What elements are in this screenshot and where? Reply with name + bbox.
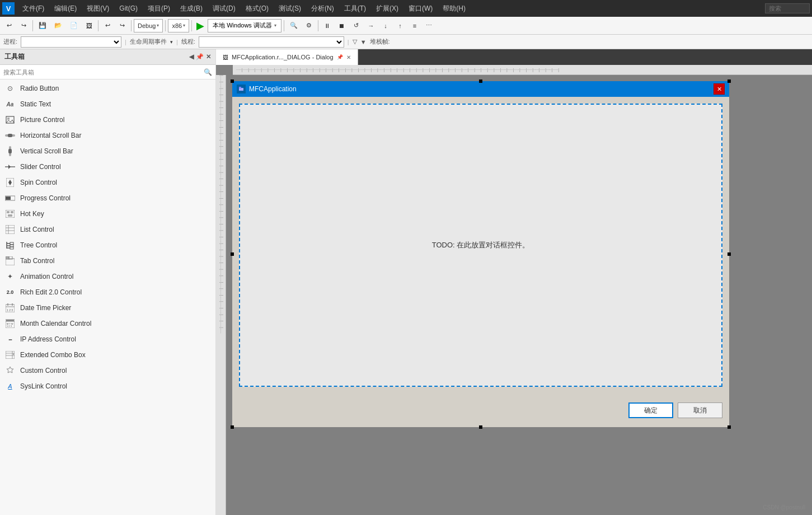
debug-target-dropdown[interactable]: 本地 Windows 调试器 ▾ — [208, 19, 281, 32]
tree-icon — [4, 240, 16, 251]
radio-button-icon: ⊙ — [4, 83, 16, 94]
datetimepicker-icon: 1 2 3 — [4, 302, 16, 313]
run-button[interactable]: ▶ — [194, 20, 206, 32]
toolbar-pause[interactable]: ⏸ — [321, 19, 334, 32]
toolbox-auto-hide-icon[interactable]: ◀ — [189, 53, 194, 60]
redo-button[interactable]: ↪ — [17, 19, 30, 32]
toolbox-item-static-text[interactable]: Aa Static Text — [0, 96, 215, 112]
toolbar-btn-4[interactable]: 🖼 — [82, 19, 96, 32]
menu-analyze[interactable]: 分析(N) — [307, 2, 339, 16]
toolbar-step-out[interactable]: ↑ — [393, 19, 407, 32]
toolbox-item-tab[interactable]: Tab Control — [0, 253, 215, 269]
menu-file[interactable]: 文件(F) — [18, 2, 49, 16]
dialog-cancel-button[interactable]: 取消 — [678, 402, 722, 418]
dialog-content-area[interactable]: TODO: 在此放置对话框控件。 — [239, 104, 722, 387]
toolbox-item-hotkey[interactable]: Hot Key — [0, 206, 215, 222]
toolbar-stop[interactable]: ⏹ — [335, 19, 349, 32]
menu-build[interactable]: 生成(B) — [176, 2, 207, 16]
toolbar-btn-search[interactable]: 🔍 — [287, 19, 301, 32]
toolbar: ↩ ↪ 💾 📂 📄 🖼 ↩ ↪ Debug ▾ x86 ▾ ▶ 本地 Windo… — [0, 17, 812, 35]
toolbox-item-tree[interactable]: Tree Control — [0, 237, 215, 253]
toolbox-item-label: Month Calendar Control — [20, 320, 91, 327]
dialog-ok-button[interactable]: 确定 — [628, 402, 673, 418]
toolbar-btn-3[interactable]: 📄 — [67, 19, 81, 32]
toolbox-items-list: ⊙ Radio Button Aa Static Text Picture Co… — [0, 79, 215, 515]
toolbox-item-ipaddress[interactable]: ••• IP Address Control — [0, 331, 215, 347]
menu-help[interactable]: 帮助(H) — [438, 2, 470, 16]
open-button[interactable]: 📂 — [51, 19, 65, 32]
toolbox-item-label: Animation Control — [20, 273, 73, 280]
svg-marker-10 — [8, 182, 12, 185]
tab-icon: 🖼 — [223, 54, 228, 60]
toolbox-item-label: Rich Edit 2.0 Control — [20, 288, 82, 296]
toolbox-item-label: Slider Control — [20, 163, 61, 171]
toolbar-step-in[interactable]: ↓ — [379, 19, 392, 32]
dialog-close-button[interactable]: ✕ — [714, 83, 725, 95]
dialog-close-icon: ✕ — [717, 86, 722, 93]
svg-rect-3 — [8, 134, 12, 137]
watermark: CSDN @postnull — [763, 504, 805, 511]
toolbox-item-label: Picture Control — [20, 116, 64, 124]
menu-test[interactable]: 测试(S) — [274, 2, 306, 16]
editor-tab-dialog[interactable]: 🖼 MFCApplication.r..._DIALOG - Dialog 📌 … — [216, 49, 358, 65]
toolbox-item-picture-control[interactable]: Picture Control — [0, 112, 215, 128]
save-button[interactable]: 💾 — [35, 19, 50, 32]
toolbox-item-rich-edit[interactable]: 2.0 Rich Edit 2.0 Control — [0, 284, 215, 300]
menu-git[interactable]: Git(G) — [115, 2, 142, 15]
tab-close-icon[interactable]: ✕ — [346, 54, 351, 60]
menu-edit[interactable]: 编辑(E) — [50, 2, 81, 16]
menu-tools[interactable]: 工具(T) — [340, 2, 370, 16]
toolbox-item-syslink[interactable]: A SysLink Control — [0, 378, 215, 394]
menu-view[interactable]: 视图(V) — [82, 2, 114, 16]
menu-extensions[interactable]: 扩展(X) — [372, 2, 403, 16]
debug-config-dropdown[interactable]: Debug ▾ — [134, 19, 163, 32]
toolbar-restart[interactable]: ↺ — [350, 19, 363, 32]
toolbox-item-excombo[interactable]: Extended Combo Box — [0, 347, 215, 363]
undo2-button[interactable]: ↩ — [101, 19, 114, 32]
toolbox-item-radio-button[interactable]: ⊙ Radio Button — [0, 81, 215, 96]
svg-rect-15 — [11, 211, 13, 213]
dialog-title-icon — [237, 85, 246, 93]
tab-pin-icon[interactable]: 📌 — [337, 54, 343, 60]
svg-rect-38 — [6, 320, 14, 321]
svg-rect-16 — [8, 214, 12, 217]
handle-tl[interactable] — [231, 79, 234, 83]
menu-format[interactable]: 格式(O) — [241, 2, 273, 16]
toolbox-item-slider[interactable]: Slider Control — [0, 159, 215, 175]
toolbar-step-over[interactable]: → — [364, 19, 378, 32]
toolbox-item-hscroll[interactable]: Horizontal Scroll Bar — [0, 128, 215, 143]
global-search-input[interactable] — [765, 3, 810, 13]
menu-project[interactable]: 项目(P) — [143, 2, 175, 16]
toolbar-btn-6[interactable]: ≡ — [408, 19, 421, 32]
platform-dropdown[interactable]: x86 ▾ — [168, 19, 189, 32]
toolbox-item-label: Tab Control — [20, 257, 54, 265]
ruler-h-ticks: ·····|·····|·····|·····|·····|·····|····… — [233, 68, 559, 72]
tab-bar: 🖼 MFCApplication.r..._DIALOG - Dialog 📌 … — [216, 49, 812, 65]
ruler-vertical: ·····|·····|·····|·····|·····|·····|····… — [216, 75, 226, 515]
toolbox-item-list[interactable]: List Control — [0, 222, 215, 237]
toolbox-pin-icon[interactable]: 📌 — [196, 53, 204, 60]
toolbox-item-monthcal[interactable]: M T W1 2 3 Month Calendar Control — [0, 316, 215, 331]
toolbar-sep-3 — [131, 20, 132, 31]
toolbox-item-vscroll[interactable]: Vertical Scroll Bar — [0, 143, 215, 159]
toolbox-search-input[interactable] — [3, 69, 201, 76]
menu-debug[interactable]: 调试(D) — [208, 2, 240, 16]
toolbox-item-animation[interactable]: ✦ Animation Control — [0, 269, 215, 284]
toolbox-item-spin[interactable]: Spin Control — [0, 175, 215, 190]
handle-tm[interactable] — [479, 79, 482, 83]
toolbox-item-progress[interactable]: Progress Control — [0, 190, 215, 206]
thread-dropdown[interactable] — [199, 36, 344, 48]
slider-icon — [4, 161, 16, 172]
toolbox-close-icon[interactable]: ✕ — [206, 53, 211, 60]
toolbox-search-icon: 🔍 — [204, 68, 212, 76]
toolbar-btn-5[interactable]: ⚙ — [302, 19, 316, 32]
undo-button[interactable]: ↩ — [2, 19, 16, 32]
redo2-button[interactable]: ↪ — [115, 19, 129, 32]
toolbar-btn-7[interactable]: ⋯ — [423, 19, 436, 32]
toolbox-item-datetimepicker[interactable]: 1 2 3 Date Time Picker — [0, 300, 215, 316]
process-dropdown[interactable] — [21, 36, 121, 48]
handle-tr[interactable] — [727, 79, 731, 83]
menu-window[interactable]: 窗口(W) — [404, 2, 437, 16]
toolbox-item-custom[interactable]: Custom Control — [0, 363, 215, 378]
toolbar-sep-6 — [284, 20, 284, 31]
